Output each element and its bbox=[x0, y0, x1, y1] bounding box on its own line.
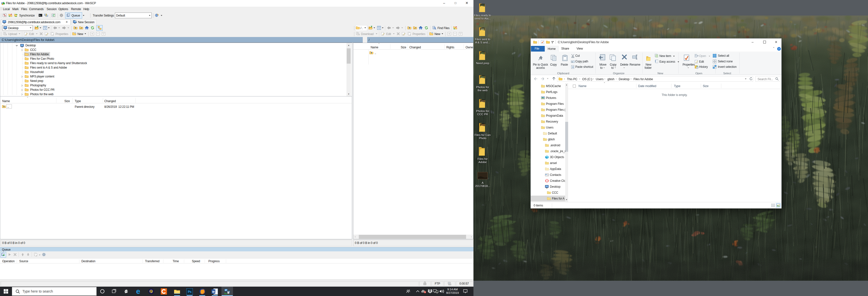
svg-text:W: W bbox=[571, 61, 573, 63]
svg-text:x: x bbox=[402, 34, 403, 35]
svg-text:Ps: Ps bbox=[188, 290, 192, 294]
svg-text:P: P bbox=[150, 290, 152, 293]
svg-text:?: ? bbox=[778, 47, 780, 50]
svg-text:W: W bbox=[212, 290, 215, 293]
svg-text:e: e bbox=[136, 288, 140, 295]
svg-text:x: x bbox=[45, 34, 46, 35]
